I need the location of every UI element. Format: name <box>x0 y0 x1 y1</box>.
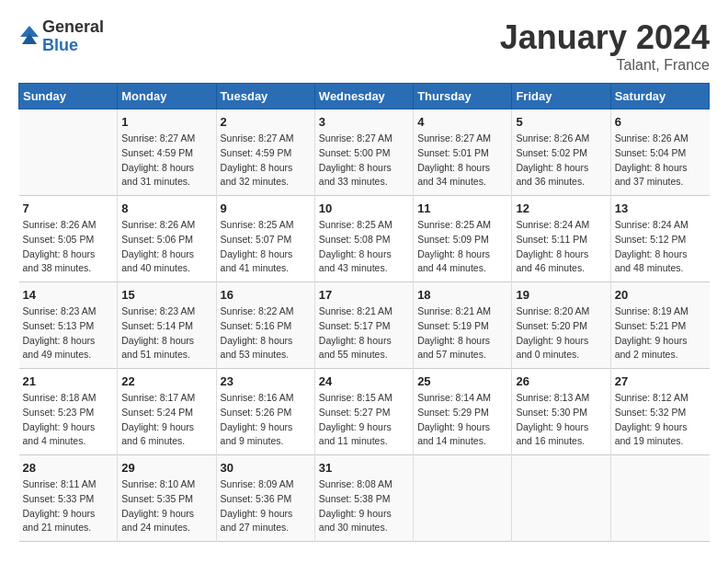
day-cell: 21Sunrise: 8:18 AMSunset: 5:23 PMDayligh… <box>19 369 118 455</box>
day-cell: 23Sunrise: 8:16 AMSunset: 5:26 PMDayligh… <box>216 369 314 455</box>
day-info: Sunrise: 8:08 AMSunset: 5:38 PMDaylight:… <box>319 477 409 535</box>
logo-text: General Blue <box>42 18 104 55</box>
day-cell <box>610 455 709 542</box>
day-number: 26 <box>516 374 606 388</box>
day-info: Sunrise: 8:19 AMSunset: 5:21 PMDaylight:… <box>615 304 706 362</box>
day-info: Sunrise: 8:24 AMSunset: 5:11 PMDaylight:… <box>516 218 606 276</box>
day-number: 18 <box>417 288 507 302</box>
day-cell: 17Sunrise: 8:21 AMSunset: 5:17 PMDayligh… <box>314 282 413 369</box>
day-cell: 18Sunrise: 8:21 AMSunset: 5:19 PMDayligh… <box>414 282 512 369</box>
day-number: 19 <box>516 288 606 302</box>
day-number: 25 <box>417 374 507 388</box>
week-row-2: 7Sunrise: 8:26 AMSunset: 5:05 PMDaylight… <box>19 196 710 282</box>
day-info: Sunrise: 8:18 AMSunset: 5:23 PMDaylight:… <box>23 391 114 449</box>
day-info: Sunrise: 8:23 AMSunset: 5:13 PMDaylight:… <box>23 304 114 362</box>
day-cell: 9Sunrise: 8:25 AMSunset: 5:07 PMDaylight… <box>216 196 314 282</box>
day-number: 17 <box>319 288 409 302</box>
calendar-table: SundayMondayTuesdayWednesdayThursdayFrid… <box>18 83 710 542</box>
day-cell: 22Sunrise: 8:17 AMSunset: 5:24 PMDayligh… <box>118 369 216 455</box>
day-number: 22 <box>121 374 211 388</box>
logo-general: General <box>42 18 104 37</box>
day-number: 23 <box>221 374 311 388</box>
day-info: Sunrise: 8:25 AMSunset: 5:09 PMDaylight:… <box>417 218 507 276</box>
day-info: Sunrise: 8:15 AMSunset: 5:27 PMDaylight:… <box>319 391 409 449</box>
day-info: Sunrise: 8:26 AMSunset: 5:06 PMDaylight:… <box>121 218 211 276</box>
day-info: Sunrise: 8:14 AMSunset: 5:29 PMDaylight:… <box>417 391 507 449</box>
day-info: Sunrise: 8:26 AMSunset: 5:02 PMDaylight:… <box>516 132 606 190</box>
day-number: 14 <box>23 288 114 302</box>
day-number: 3 <box>319 115 409 129</box>
day-info: Sunrise: 8:11 AMSunset: 5:33 PMDaylight:… <box>23 477 114 535</box>
header-row: SundayMondayTuesdayWednesdayThursdayFrid… <box>19 84 710 109</box>
day-cell: 15Sunrise: 8:23 AMSunset: 5:14 PMDayligh… <box>118 282 216 369</box>
header-tuesday: Tuesday <box>216 84 314 109</box>
day-info: Sunrise: 8:10 AMSunset: 5:35 PMDaylight:… <box>121 477 211 535</box>
day-cell: 1Sunrise: 8:27 AMSunset: 4:59 PMDaylight… <box>118 109 216 196</box>
day-cell: 2Sunrise: 8:27 AMSunset: 4:59 PMDaylight… <box>216 109 314 196</box>
day-info: Sunrise: 8:16 AMSunset: 5:26 PMDaylight:… <box>221 391 311 449</box>
day-number: 30 <box>221 461 311 475</box>
day-info: Sunrise: 8:12 AMSunset: 5:32 PMDaylight:… <box>615 391 706 449</box>
day-cell: 12Sunrise: 8:24 AMSunset: 5:11 PMDayligh… <box>512 196 610 282</box>
header-saturday: Saturday <box>610 84 709 109</box>
day-info: Sunrise: 8:21 AMSunset: 5:17 PMDaylight:… <box>319 304 409 362</box>
day-cell: 30Sunrise: 8:09 AMSunset: 5:36 PMDayligh… <box>216 455 314 542</box>
day-info: Sunrise: 8:26 AMSunset: 5:04 PMDaylight:… <box>615 132 706 190</box>
day-cell: 7Sunrise: 8:26 AMSunset: 5:05 PMDaylight… <box>19 196 118 282</box>
day-cell: 25Sunrise: 8:14 AMSunset: 5:29 PMDayligh… <box>414 369 512 455</box>
day-number: 16 <box>221 288 311 302</box>
day-number: 13 <box>615 201 706 215</box>
day-number: 31 <box>319 461 409 475</box>
day-cell: 13Sunrise: 8:24 AMSunset: 5:12 PMDayligh… <box>610 196 709 282</box>
day-cell: 28Sunrise: 8:11 AMSunset: 5:33 PMDayligh… <box>19 455 118 542</box>
day-info: Sunrise: 8:22 AMSunset: 5:16 PMDaylight:… <box>221 304 311 362</box>
page-header: General Blue January 2024 Talant, France <box>18 18 710 74</box>
day-cell: 6Sunrise: 8:26 AMSunset: 5:04 PMDaylight… <box>610 109 709 196</box>
day-cell: 10Sunrise: 8:25 AMSunset: 5:08 PMDayligh… <box>314 196 413 282</box>
header-friday: Friday <box>512 84 610 109</box>
day-cell: 11Sunrise: 8:25 AMSunset: 5:09 PMDayligh… <box>414 196 512 282</box>
month-title: January 2024 <box>500 18 710 57</box>
week-row-3: 14Sunrise: 8:23 AMSunset: 5:13 PMDayligh… <box>19 282 710 369</box>
day-number: 9 <box>221 201 311 215</box>
title-block: January 2024 Talant, France <box>500 18 710 74</box>
day-cell: 16Sunrise: 8:22 AMSunset: 5:16 PMDayligh… <box>216 282 314 369</box>
day-info: Sunrise: 8:17 AMSunset: 5:24 PMDaylight:… <box>121 391 211 449</box>
day-number: 7 <box>23 201 114 215</box>
day-cell <box>19 109 118 196</box>
day-cell: 26Sunrise: 8:13 AMSunset: 5:30 PMDayligh… <box>512 369 610 455</box>
header-sunday: Sunday <box>19 84 118 109</box>
day-number: 20 <box>615 288 706 302</box>
day-cell <box>414 455 512 542</box>
day-info: Sunrise: 8:24 AMSunset: 5:12 PMDaylight:… <box>615 218 706 276</box>
header-monday: Monday <box>118 84 216 109</box>
day-number: 8 <box>121 201 211 215</box>
day-info: Sunrise: 8:27 AMSunset: 4:59 PMDaylight:… <box>121 132 211 190</box>
week-row-4: 21Sunrise: 8:18 AMSunset: 5:23 PMDayligh… <box>19 369 710 455</box>
day-info: Sunrise: 8:09 AMSunset: 5:36 PMDaylight:… <box>221 477 311 535</box>
day-cell: 19Sunrise: 8:20 AMSunset: 5:20 PMDayligh… <box>512 282 610 369</box>
day-info: Sunrise: 8:26 AMSunset: 5:05 PMDaylight:… <box>23 218 114 276</box>
header-wednesday: Wednesday <box>314 84 413 109</box>
day-info: Sunrise: 8:20 AMSunset: 5:20 PMDaylight:… <box>516 304 606 362</box>
day-cell: 31Sunrise: 8:08 AMSunset: 5:38 PMDayligh… <box>314 455 413 542</box>
day-info: Sunrise: 8:23 AMSunset: 5:14 PMDaylight:… <box>121 304 211 362</box>
day-cell <box>512 455 610 542</box>
week-row-5: 28Sunrise: 8:11 AMSunset: 5:33 PMDayligh… <box>19 455 710 542</box>
day-info: Sunrise: 8:27 AMSunset: 5:01 PMDaylight:… <box>417 132 507 190</box>
day-number: 11 <box>417 201 507 215</box>
day-number: 5 <box>516 115 606 129</box>
day-number: 29 <box>121 461 211 475</box>
week-row-1: 1Sunrise: 8:27 AMSunset: 4:59 PMDaylight… <box>19 109 710 196</box>
location: Talant, France <box>500 57 710 74</box>
day-info: Sunrise: 8:27 AMSunset: 4:59 PMDaylight:… <box>221 132 311 190</box>
day-cell: 24Sunrise: 8:15 AMSunset: 5:27 PMDayligh… <box>314 369 413 455</box>
day-number: 6 <box>615 115 706 129</box>
header-thursday: Thursday <box>414 84 512 109</box>
day-cell: 5Sunrise: 8:26 AMSunset: 5:02 PMDaylight… <box>512 109 610 196</box>
day-cell: 8Sunrise: 8:26 AMSunset: 5:06 PMDaylight… <box>118 196 216 282</box>
day-cell: 27Sunrise: 8:12 AMSunset: 5:32 PMDayligh… <box>610 369 709 455</box>
day-info: Sunrise: 8:25 AMSunset: 5:08 PMDaylight:… <box>319 218 409 276</box>
day-number: 21 <box>23 374 114 388</box>
day-number: 2 <box>221 115 311 129</box>
